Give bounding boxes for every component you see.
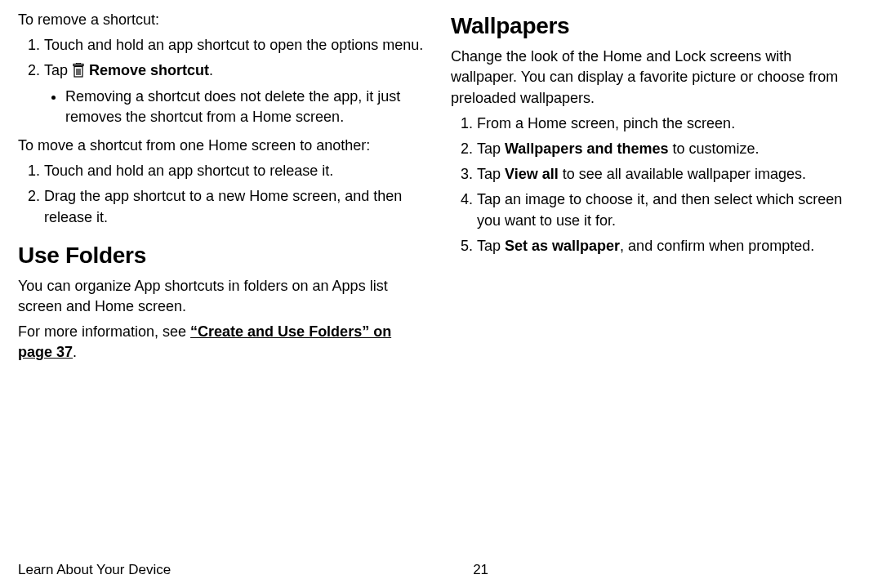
step-text-suffix: , and confirm when prompted. (620, 238, 814, 254)
step-text-suffix: . (209, 62, 213, 78)
remove-note: Removing a shortcut does not delete the … (65, 87, 426, 127)
remove-shortcut-label: Remove shortcut (89, 62, 209, 78)
wallpapers-heading: Wallpapers (451, 10, 859, 42)
step-text: Tap (477, 238, 505, 254)
wallpapers-step-5: Tap Set as wallpaper, and confirm when p… (477, 236, 859, 256)
svg-rect-1 (77, 63, 81, 65)
wallpapers-themes-label: Wallpapers and themes (505, 140, 668, 157)
move-shortcut-steps: Touch and hold an app shortcut to releas… (18, 161, 426, 228)
cross-ref-prefix: For more information, see (18, 323, 190, 340)
trash-icon (72, 63, 85, 78)
set-as-wallpaper-label: Set as wallpaper (505, 238, 620, 254)
remove-shortcut-intro: To remove a shortcut: (18, 10, 426, 30)
use-folders-heading: Use Folders (18, 239, 426, 271)
step-text-suffix: to customize. (668, 140, 759, 157)
move-shortcut-intro: To move a shortcut from one Home screen … (18, 136, 426, 156)
page-footer: Learn About Your Device 21 (18, 557, 859, 578)
right-column: Wallpapers Change the look of the Home a… (451, 10, 859, 557)
remove-shortcut-steps: Touch and hold an app shortcut to open t… (18, 35, 426, 127)
footer-section: Learn About Your Device (18, 562, 171, 578)
step-text: Tap (44, 62, 72, 78)
left-column: To remove a shortcut: Touch and hold an … (18, 10, 426, 557)
wallpapers-step-3: Tap View all to see all available wallpa… (477, 164, 859, 185)
step-text: Tap (477, 140, 505, 157)
wallpapers-intro: Change the look of the Home and Lock scr… (451, 47, 859, 109)
move-step-1: Touch and hold an app shortcut to releas… (44, 161, 426, 181)
wallpapers-step-1: From a Home screen, pinch the screen. (477, 114, 859, 134)
remove-note-list: Removing a shortcut does not delete the … (44, 87, 426, 127)
step-text-suffix: to see all available wallpaper images. (559, 166, 806, 182)
cross-ref-suffix: . (73, 344, 77, 360)
manual-page: To remove a shortcut: Touch and hold an … (0, 0, 882, 588)
wallpapers-steps: From a Home screen, pinch the screen. Ta… (451, 114, 859, 256)
move-step-2: Drag the app shortcut to a new Home scre… (44, 186, 426, 227)
wallpapers-step-2: Tap Wallpapers and themes to customize. (477, 139, 859, 159)
remove-step-1: Touch and hold an app shortcut to open t… (44, 35, 426, 56)
view-all-label: View all (505, 166, 559, 182)
columns: To remove a shortcut: Touch and hold an … (18, 10, 859, 557)
footer-page-number: 21 (473, 562, 488, 578)
wallpapers-step-4: Tap an image to choose it, and then sele… (477, 189, 859, 230)
step-text: Tap (477, 166, 505, 182)
remove-step-2: Tap Remove shortcut. Removin (44, 60, 426, 127)
use-folders-p1: You can organize App shortcuts in folder… (18, 276, 426, 317)
use-folders-p2: For more information, see “Create and Us… (18, 322, 426, 363)
